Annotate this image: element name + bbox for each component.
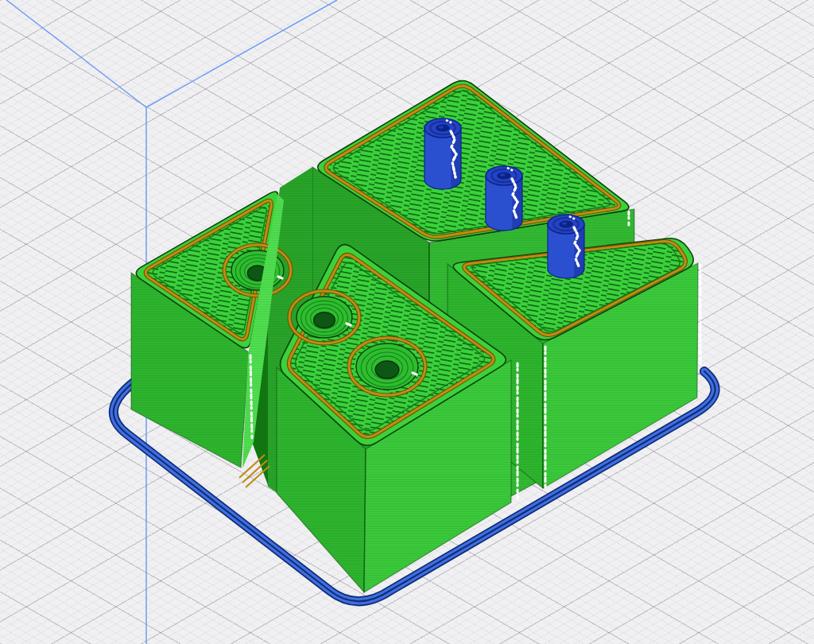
pin-top-center (439, 126, 444, 128)
hole-seam-speck (347, 324, 351, 325)
pin-top-center (500, 173, 505, 176)
slicer-3d-viewport[interactable] (0, 0, 814, 644)
pin-top-center (562, 222, 567, 224)
hole-seam-speck (278, 277, 282, 278)
build-volume-edge-line (146, 0, 337, 107)
gap-seam-speckle (250, 355, 252, 439)
hole-bore (314, 312, 335, 328)
build-volume-edge-line (6, 0, 146, 107)
hole-seam-speck (413, 373, 417, 374)
gcode-preview-scene (0, 0, 814, 644)
sliced-models[interactable] (131, 80, 698, 592)
hole-bore (375, 361, 399, 378)
